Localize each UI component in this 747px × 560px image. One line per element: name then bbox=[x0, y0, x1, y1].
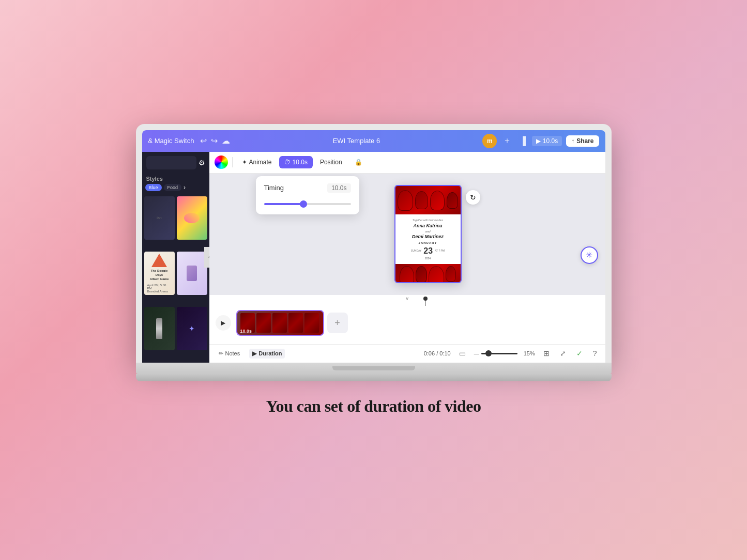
timing-title: Timing bbox=[264, 184, 284, 192]
search-bar[interactable] bbox=[146, 156, 196, 169]
template-thumb-5[interactable] bbox=[144, 307, 175, 350]
timeline-expand-arrow[interactable]: ∨ bbox=[405, 295, 409, 301]
cat-arrow-icon[interactable]: › bbox=[184, 184, 186, 191]
share-button[interactable]: ↑ Share bbox=[566, 135, 599, 147]
wedding-card[interactable]: Together with their families Anna Katrin… bbox=[394, 185, 462, 283]
notes-label: Notes bbox=[225, 350, 240, 356]
timing-popup: Timing 10.0s bbox=[256, 176, 359, 214]
add-clip-button[interactable]: + bbox=[327, 313, 348, 333]
card-time-label: AT 7 PM bbox=[435, 249, 445, 253]
timeline-area: ∨ ▶ bbox=[209, 295, 605, 344]
styles-label: Styles bbox=[142, 174, 209, 184]
card-month: JANUARY bbox=[401, 241, 455, 244]
duration-icon: ▶ bbox=[252, 350, 256, 357]
laptop-base bbox=[136, 363, 612, 374]
template-thumb-4[interactable] bbox=[177, 252, 207, 295]
zoom-percent: 15% bbox=[524, 350, 535, 356]
card-date-row: SUNDAY 23 AT 7 PM bbox=[401, 246, 455, 256]
sidebar-search-area: ⚙ bbox=[142, 152, 209, 174]
clip-thumb-2 bbox=[256, 313, 271, 333]
sparkle-icon: ✳ bbox=[586, 250, 592, 260]
lock-icon: 🔒 bbox=[355, 159, 362, 166]
position-button[interactable]: Position bbox=[315, 156, 347, 168]
app-title-area: & Magic Switch bbox=[148, 137, 194, 145]
clip-thumb-4 bbox=[288, 313, 303, 333]
boogie-text: The Boogie DaysAlbum Name bbox=[147, 269, 172, 281]
template-thumb-3[interactable]: The Boogie DaysAlbum Name April 20 | 5:0… bbox=[144, 252, 175, 295]
play-icon: ▶ bbox=[221, 319, 225, 326]
animate-icon: ✦ bbox=[242, 159, 247, 166]
template-thumb-2[interactable] bbox=[177, 196, 207, 240]
duration-button[interactable]: ▶ Duration bbox=[249, 349, 285, 359]
zoom-slider[interactable] bbox=[481, 353, 517, 354]
user-avatar[interactable]: m bbox=[482, 134, 497, 148]
timeline-top: ∨ bbox=[209, 295, 605, 302]
undo-icon[interactable]: ↩ bbox=[200, 136, 207, 146]
time-display: 0:06 / 0:10 bbox=[424, 350, 451, 356]
cat-tab-food[interactable]: Food bbox=[164, 184, 182, 191]
clip-thumb-3 bbox=[272, 313, 287, 333]
laptop-bottom bbox=[136, 374, 612, 381]
sidebar: ⚙ Styles Blue Food › ian bbox=[142, 152, 209, 363]
redo-icon[interactable]: ↪ bbox=[211, 136, 218, 146]
card-day-label: SUNDAY bbox=[411, 249, 421, 253]
template-thumb-1[interactable]: ian bbox=[144, 196, 175, 240]
card-roses-bottom bbox=[395, 264, 461, 283]
cloud-icon[interactable]: ☁ bbox=[222, 136, 230, 146]
sidebar-collapse-handle[interactable]: ‹ bbox=[204, 247, 209, 268]
timer-value: 10.0s bbox=[543, 137, 558, 145]
cat-tab-blue[interactable]: Blue bbox=[145, 184, 162, 191]
and-text: and bbox=[401, 229, 455, 234]
add-icon[interactable]: ＋ bbox=[501, 134, 513, 147]
filter-icon[interactable]: ⚙ bbox=[199, 159, 205, 167]
grid-icon[interactable]: ⊞ bbox=[541, 348, 552, 359]
zoom-minus-icon: — bbox=[474, 351, 479, 356]
clip-inner bbox=[240, 313, 319, 333]
toolbar: ✦ Animate ⏱ 10.0s Position 🔒 bbox=[209, 152, 605, 174]
template-thumb-6[interactable]: ✦ bbox=[177, 307, 207, 350]
play-button[interactable]: ▶ bbox=[216, 315, 231, 331]
timer-button[interactable]: ▶ 10.0s bbox=[532, 136, 562, 146]
lock-button[interactable]: 🔒 bbox=[349, 156, 368, 168]
header-bar: & Magic Switch ↩ ↪ ☁ EWI Template 6 m ＋ … bbox=[142, 130, 605, 152]
duration-label: Duration bbox=[258, 350, 282, 356]
timing-slider[interactable] bbox=[264, 203, 351, 205]
position-label: Position bbox=[320, 159, 342, 166]
template-name: EWI Template 6 bbox=[333, 137, 380, 145]
editor-area: ✦ Animate ⏱ 10.0s Position 🔒 bbox=[209, 152, 605, 363]
bottom-bar: ✏ Notes ▶ Duration 0:06 / 0:10 ▭ bbox=[209, 344, 605, 363]
notes-button[interactable]: ✏ Notes bbox=[216, 349, 243, 359]
template-grid: ian The Boogie DaysAlb bbox=[142, 194, 209, 363]
expand-button[interactable]: ✳ bbox=[581, 246, 598, 264]
screen-icon[interactable]: ▭ bbox=[457, 348, 468, 359]
boogie-triangle bbox=[151, 254, 167, 267]
card-roses-top bbox=[395, 186, 461, 214]
refresh-icon: ↻ bbox=[470, 193, 476, 201]
header-right: m ＋ ▐ ▶ 10.0s ↑ Share bbox=[482, 134, 599, 148]
refresh-button[interactable]: ↻ bbox=[466, 190, 480, 205]
canvas-area: Timing 10.0s bbox=[209, 174, 605, 295]
nav-icons: ↩ ↪ ☁ bbox=[200, 136, 230, 146]
share-label: Share bbox=[576, 137, 593, 145]
share-icon: ↑ bbox=[571, 137, 574, 145]
card-content: Together with their families Anna Katrin… bbox=[395, 214, 461, 264]
fullscreen-icon[interactable]: ⤢ bbox=[558, 348, 568, 359]
clip-block[interactable]: 10.0s bbox=[236, 310, 324, 336]
play-small-icon: ▶ bbox=[536, 137, 541, 145]
card-date-num: 23 bbox=[423, 246, 433, 256]
timing-row: Timing 10.0s bbox=[264, 183, 351, 193]
clip-duration-label: 10.0s bbox=[240, 329, 252, 334]
color-swatch[interactable] bbox=[215, 155, 228, 169]
animate-button[interactable]: ✦ Animate bbox=[237, 156, 277, 168]
check-icon[interactable]: ✓ bbox=[574, 348, 585, 359]
help-icon[interactable]: ? bbox=[591, 348, 599, 359]
add-clip-icon: + bbox=[334, 318, 340, 329]
clip-thumb-5 bbox=[304, 313, 319, 333]
category-tabs: Blue Food › bbox=[142, 184, 209, 194]
groom-name: Demi Martinez bbox=[401, 234, 455, 240]
app-title: & Magic Switch bbox=[148, 137, 194, 145]
chart-icon[interactable]: ▐ bbox=[517, 135, 527, 147]
timing-button[interactable]: ⏱ 10.0s bbox=[279, 156, 313, 168]
notes-icon: ✏ bbox=[219, 350, 223, 357]
laptop-base-notch bbox=[332, 366, 415, 370]
